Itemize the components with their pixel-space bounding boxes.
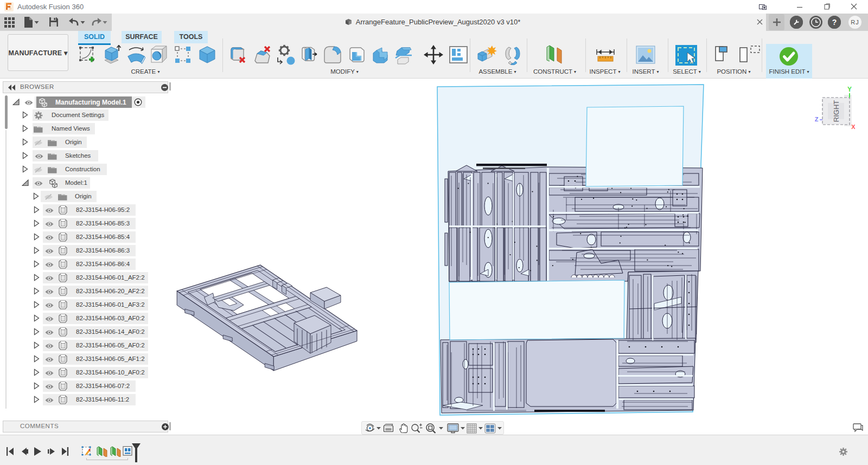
svg-text:?: ? [832, 18, 837, 27]
svg-text:X: X [851, 124, 856, 130]
svg-text:Z: Z [815, 116, 819, 122]
svg-text:Y: Y [847, 86, 852, 93]
svg-text:RIGHT: RIGHT [832, 100, 840, 122]
